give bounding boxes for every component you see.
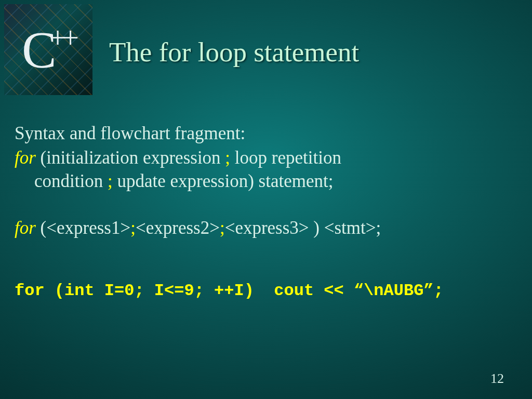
syntax-line-2: for (<express1>;<express2>;<express3> ) … (15, 217, 517, 240)
semicolon-4: ; (220, 218, 225, 238)
syntax1-d: update expression) statement; (113, 171, 334, 191)
cpp-logo-text: C ++ (22, 29, 75, 71)
syntax2-a: (<express1> (36, 218, 130, 238)
semicolon-1: ; (225, 148, 230, 168)
page-number: 12 (490, 371, 504, 387)
cpp-logo: C ++ (4, 4, 92, 95)
for-keyword-2: for (15, 218, 36, 238)
syntax1-a: (initialization expression (36, 148, 225, 168)
slide-body: Syntax and flowchart fragment: for (init… (15, 122, 517, 302)
semicolon-3: ; (130, 218, 136, 238)
syntax2-c: <express3> ) <stmt>; (225, 218, 381, 238)
syntax-line-1: for (initialization expression ; loop re… (15, 147, 517, 193)
logo-plus-plus: ++ (49, 26, 75, 50)
for-keyword-1: for (15, 148, 36, 168)
syntax2-b: <express2> (136, 218, 220, 238)
syntax1-b: loop repetition (230, 148, 341, 168)
syntax1-c: condition (34, 171, 108, 191)
syntax1-line2: condition ; update expression) statement… (15, 170, 517, 193)
code-example: for (int I=0; I<=9; ++I) cout << “\nAUBG… (15, 281, 517, 302)
intro-line: Syntax and flowchart fragment: (15, 122, 517, 145)
semicolon-2: ; (108, 171, 113, 191)
slide-title: The for loop statement (109, 36, 359, 68)
